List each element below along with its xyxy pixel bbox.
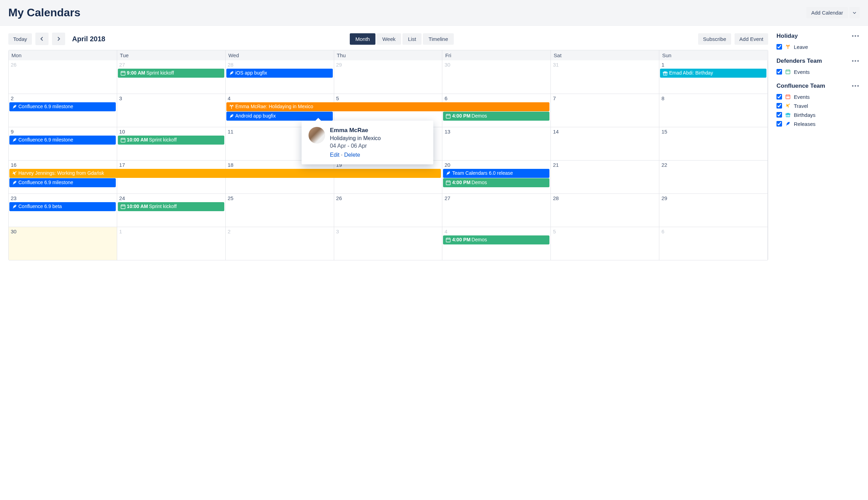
- tab-month[interactable]: Month: [350, 33, 375, 45]
- calendar-day-cell[interactable]: 7: [551, 94, 659, 127]
- calendar-event[interactable]: 9:00 AMSprint kickoff: [118, 69, 224, 78]
- calendar-day-cell[interactable]: 15: [659, 127, 768, 160]
- day-number: 29: [336, 62, 440, 68]
- calendar-day-cell[interactable]: 26: [9, 60, 117, 94]
- svg-rect-15: [121, 138, 125, 142]
- sidebar-item: Leave: [776, 42, 860, 51]
- calendar-event[interactable]: Emad Abdi: Birthday: [660, 69, 766, 78]
- calendar-event[interactable]: 10:00 AMSprint kickoff: [118, 136, 224, 145]
- calendar-day-cell[interactable]: 8: [659, 94, 768, 127]
- calendar-day-headers: MonTueWedThuFriSatSun: [9, 50, 768, 60]
- day-number: 7: [553, 95, 657, 101]
- calendar-day-cell[interactable]: 27: [442, 194, 551, 227]
- day-number: 27: [119, 62, 223, 68]
- calendar-day-cell[interactable]: 31: [551, 60, 659, 94]
- calendar-toggle-checkbox[interactable]: [776, 103, 782, 109]
- calendar-event[interactable]: iOS app bugfix: [226, 69, 333, 78]
- calendar-toggle-checkbox[interactable]: [776, 94, 782, 100]
- current-month-label: April 2018: [72, 35, 105, 43]
- event-label: Harvey Jennings: Working from Gdańsk: [18, 170, 104, 176]
- calendar-day-cell[interactable]: 3: [117, 94, 226, 127]
- calendar-icon: [446, 238, 451, 242]
- calendar-day-cell[interactable]: 14: [551, 127, 659, 160]
- calendar-toggle-checkbox[interactable]: [776, 69, 782, 75]
- calendar-day-cell[interactable]: 29: [334, 60, 443, 94]
- page-title: My Calendars: [8, 6, 80, 19]
- calendar-day-cell[interactable]: 29: [659, 194, 768, 227]
- calendar-event[interactable]: 4:00 PMDemos: [443, 235, 549, 244]
- calendar-day-cell[interactable]: 30: [9, 227, 117, 260]
- popover-actions: Edit · Delete: [330, 152, 381, 158]
- add-event-button[interactable]: Add Event: [735, 33, 768, 45]
- release-icon: [229, 71, 234, 76]
- day-header: Sat: [551, 50, 659, 60]
- calendar-week-row: 16171819202122Harvey Jennings: Working f…: [9, 160, 768, 193]
- calendar-event[interactable]: Harvey Jennings: Working from Gdańsk: [9, 169, 441, 178]
- calendar-event[interactable]: Confluence 6.9 milestone: [9, 178, 116, 187]
- svg-point-25: [15, 206, 16, 206]
- day-number: 30: [444, 62, 548, 68]
- calendar-event[interactable]: Team Calendars 6.0 release: [443, 169, 549, 178]
- calendar-day-cell[interactable]: 13: [442, 127, 551, 160]
- event-label: Emma McRae: Holidaying in Mexico: [235, 104, 313, 110]
- sidebar-item: Events: [776, 67, 860, 76]
- day-number: 24: [119, 195, 223, 201]
- tab-list[interactable]: List: [402, 33, 422, 45]
- calendar-day-cell[interactable]: 26: [334, 194, 443, 227]
- sidebar-item-label: Travel: [794, 103, 808, 109]
- day-number: 4: [228, 95, 332, 101]
- calendar-day-cell[interactable]: 3: [334, 227, 443, 260]
- popover-person-name: Emma McRae: [330, 127, 381, 134]
- calendar-event[interactable]: 4:00 PMDemos: [443, 178, 549, 187]
- calendar-day-cell[interactable]: 30: [442, 60, 551, 94]
- calendar-toggle-checkbox[interactable]: [776, 121, 782, 127]
- more-icon[interactable]: •••: [852, 83, 860, 89]
- prev-month-button[interactable]: [35, 33, 49, 45]
- day-number: 3: [119, 95, 223, 101]
- sidebar-section: Holiday•••Leave: [776, 33, 860, 51]
- calendar-event[interactable]: Emma McRae: Holidaying in Mexico: [226, 102, 550, 111]
- calendar-event[interactable]: 4:00 PMDemos: [443, 112, 549, 121]
- add-calendar-caret[interactable]: [849, 7, 860, 18]
- calendar-event[interactable]: Confluence 6.9 milestone: [9, 136, 116, 145]
- day-header: Thu: [334, 50, 443, 60]
- calendar-day-cell[interactable]: 6: [659, 227, 768, 260]
- calendar-event[interactable]: Confluence 6.9 milestone: [9, 102, 116, 111]
- calendar-day-cell[interactable]: 28: [551, 194, 659, 227]
- today-button[interactable]: Today: [8, 33, 32, 45]
- calendar-grid: MonTueWedThuFriSatSun 26272829303119:00 …: [8, 50, 768, 260]
- calendar-toggle-checkbox[interactable]: [776, 44, 782, 50]
- sidebar-item-label: Events: [794, 69, 810, 75]
- calendar-day-cell[interactable]: 2: [226, 227, 334, 260]
- more-icon[interactable]: •••: [852, 33, 860, 39]
- add-calendar-button[interactable]: Add Calendar: [806, 7, 848, 18]
- calendar-day-cell[interactable]: 21: [551, 161, 659, 193]
- event-time: 10:00 AM: [127, 204, 148, 209]
- day-header: Mon: [9, 50, 117, 60]
- calendar-icon: [785, 69, 791, 75]
- sidebar-item-label: Birthdays: [794, 112, 816, 118]
- plane-icon: [785, 103, 791, 109]
- tab-timeline[interactable]: Timeline: [423, 33, 453, 45]
- tab-week[interactable]: Week: [377, 33, 401, 45]
- day-number: 26: [11, 62, 115, 68]
- calendar-day-cell[interactable]: 5: [551, 227, 659, 260]
- plane-icon: [12, 171, 17, 176]
- more-icon[interactable]: •••: [852, 58, 860, 64]
- calendar-day-cell[interactable]: 25: [226, 194, 334, 227]
- subscribe-button[interactable]: Subscribe: [698, 33, 731, 45]
- calendar-day-cell[interactable]: 1: [117, 227, 226, 260]
- calendar-toggle-checkbox[interactable]: [776, 112, 782, 118]
- svg-point-8: [15, 106, 16, 106]
- next-month-button[interactable]: [52, 33, 65, 45]
- calendar-event[interactable]: 10:00 AMSprint kickoff: [118, 202, 224, 211]
- calendar-day-cell[interactable]: 22: [659, 161, 768, 193]
- delete-link[interactable]: Delete: [344, 152, 360, 158]
- event-time: 9:00 AM: [127, 70, 145, 76]
- day-number: 8: [661, 95, 765, 101]
- popover-description: Holidaying in Mexico: [330, 135, 381, 141]
- event-label: Confluence 6.9 milestone: [18, 137, 73, 143]
- gift-icon: [663, 71, 668, 76]
- edit-link[interactable]: Edit: [330, 152, 340, 158]
- calendar-event[interactable]: Confluence 6.9 beta: [9, 202, 116, 211]
